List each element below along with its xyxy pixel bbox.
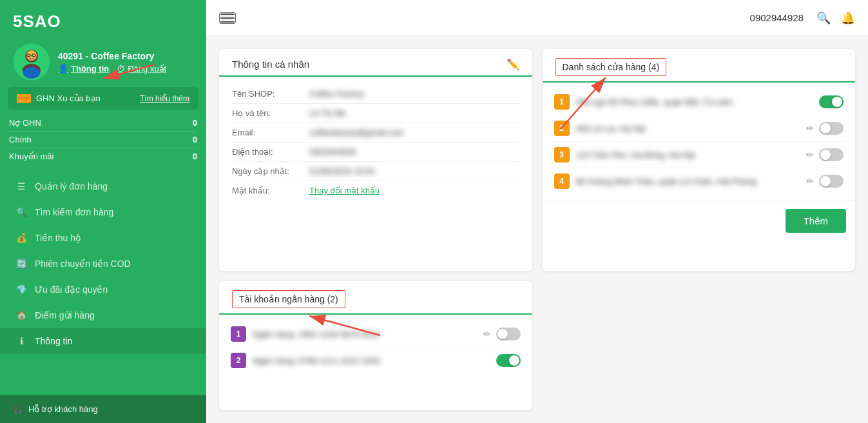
svg-point-7	[23, 67, 40, 79]
full-name-row: Họ và tên: Lê Thị Bé	[232, 104, 519, 123]
app-logo: 5SAO	[0, 0, 206, 38]
store-number-4: 4	[554, 173, 570, 189]
profile-section: 40291 - Coffee Factory 👤 Thông tin ⏱ Đăn…	[0, 38, 206, 87]
store-name-2: 456 Lê Lai, Hà Nội	[576, 124, 800, 133]
hamburger-line	[220, 21, 235, 23]
shop-name-value: Coffee Factory	[309, 89, 519, 99]
store-actions-4: ✏	[806, 175, 844, 188]
money-icon: 💰	[15, 232, 27, 244]
store-name-4: 89 Hoàng Minh Thảo, quận Lê Chân, Hải Ph…	[576, 177, 800, 186]
store-edit-icon-4[interactable]: ✏	[806, 176, 814, 186]
shop-name-row: Tên SHOP: Coffee Factory	[232, 84, 519, 104]
bank-card: Tài khoản ngân hàng (2) 1 Ngân hàng: 190…	[219, 281, 532, 410]
bank-item-1: 1 Ngân hàng: 1902 1234 5678 9012 ✏	[228, 321, 523, 348]
stores-card: Danh sách cửa hàng (4) 1 490 ngõ 95 Phúc…	[543, 49, 856, 271]
store-toggle-3[interactable]	[819, 148, 844, 161]
bank-item-2: 2 Ngân hàng: 6789 1111 2222 3333	[228, 348, 523, 373]
clock-icon: ⏱	[117, 64, 125, 74]
main-content: 0902944928 🔍 🔔 Thông tin cá nhân ✏️ Tên …	[206, 0, 868, 423]
bell-icon[interactable]: 🔔	[841, 11, 855, 25]
gift-icon: 💎	[15, 284, 27, 295]
bank-edit-icon-1[interactable]: ✏	[483, 329, 491, 339]
menu-item-info[interactable]: ℹ Thông tin	[0, 328, 206, 354]
profile-links: 👤 Thông tin ⏱ Đăng xuất	[58, 64, 166, 74]
stat-value: 0	[193, 135, 197, 144]
full-name-label: Họ và tên:	[232, 108, 309, 118]
password-row: Mật khẩu: Thay đổi mật khẩu	[232, 181, 519, 200]
change-password-link[interactable]: Thay đổi mật khẩu	[309, 186, 519, 195]
personal-info-title: Thông tin cá nhân	[232, 59, 309, 70]
header-icons: 🔍 🔔	[816, 11, 855, 25]
transfer-icon: 🔄	[15, 258, 27, 270]
store-actions-3: ✏	[806, 148, 844, 161]
menu-item-pickup[interactable]: 🏠 Điểm gửi hàng	[0, 302, 206, 328]
store-edit-icon-3[interactable]: ✏	[806, 150, 814, 160]
search-header-icon[interactable]: 🔍	[816, 11, 831, 25]
svg-rect-9	[18, 97, 30, 99]
store-number-1: 1	[554, 94, 570, 110]
bank-name-2: Ngân hàng: 6789 1111 2222 3333	[253, 356, 490, 366]
personal-info-card: Thông tin cá nhân ✏️ Tên SHOP: Coffee Fa…	[219, 49, 532, 271]
phone-label: Điện thoại:	[232, 147, 309, 157]
stores-list: 1 490 ngõ 95 Phúc Diễn, quận Bắc Từ Liêm…	[543, 83, 856, 201]
store-toggle-4[interactable]	[819, 175, 844, 188]
menu-item-transfer[interactable]: 🔄 Phiên chuyển tiền COD	[0, 251, 206, 277]
store-item-1: 1 490 ngõ 95 Phúc Diễn, quận Bắc Từ Liêm	[552, 89, 847, 115]
store-number-3: 3	[554, 147, 570, 162]
search-icon: 🔍	[15, 206, 27, 218]
support-footer[interactable]: 🎧 Hỗ trợ khách hàng	[0, 395, 206, 423]
stat-khuyen-mai: Khuyến mãi 0	[9, 148, 197, 164]
sidebar-menu: ☰ Quản lý đơn hàng 🔍 Tìm kiếm đơn hàng 💰…	[0, 170, 206, 395]
avatar	[13, 43, 50, 81]
edit-personal-icon[interactable]: ✏️	[506, 58, 519, 70]
support-label: Hỗ trợ khách hàng	[28, 404, 98, 414]
store-item-2: 2 456 Lê Lai, Hà Nội ✏	[552, 115, 847, 142]
store-name-1: 490 ngõ 95 Phúc Diễn, quận Bắc Từ Liêm	[576, 97, 813, 107]
store-name-3: 123 Trần Phú, Hà Đông, Hà Nội	[576, 150, 800, 160]
store-item-4: 4 89 Hoàng Minh Thảo, quận Lê Chân, Hải …	[552, 168, 847, 194]
dang-xuat-link[interactable]: ⏱ Đăng xuất	[117, 64, 166, 74]
password-label: Mật khẩu:	[232, 186, 309, 195]
bank-header: Tài khoản ngân hàng (2)	[219, 281, 532, 315]
list-icon: ☰	[15, 181, 27, 192]
store-toggle-2[interactable]	[819, 122, 844, 135]
updated-row: Ngày cập nhật: 01/08/2023 15:03	[232, 162, 519, 181]
info-icon: ℹ	[15, 335, 27, 347]
full-name-value: Lê Thị Bé	[309, 108, 519, 118]
updated-value: 01/08/2023 15:03	[309, 166, 519, 176]
store-item-3: 3 123 Trần Phú, Hà Đông, Hà Nội ✏	[552, 142, 847, 168]
bank-number-2: 2	[231, 353, 246, 368]
thong-tin-link[interactable]: 👤 Thông tin	[58, 64, 109, 74]
stat-label: Khuyến mãi	[9, 152, 53, 161]
stores-footer: Thêm	[543, 201, 856, 241]
stores-header: Danh sách cửa hàng (4)	[543, 49, 856, 83]
stat-chinh: Chính 0	[9, 132, 197, 148]
ghn-section: GHN Xu của bạn Tìm hiểu thêm	[8, 87, 198, 110]
store-toggle-1[interactable]	[819, 95, 844, 108]
hamburger-line	[220, 14, 235, 15]
sidebar-stats: Nợ GHN 0 Chính 0 Khuyến mãi 0	[0, 115, 206, 170]
store-actions-1	[819, 95, 844, 108]
ghn-link[interactable]: Tìm hiểu thêm	[140, 94, 189, 103]
bank-toggle-2[interactable]	[496, 354, 521, 367]
hamburger-line	[220, 17, 235, 19]
store-edit-icon-2[interactable]: ✏	[806, 123, 814, 133]
headset-icon: 🎧	[13, 404, 23, 414]
shop-name-label: Tên SHOP:	[232, 89, 309, 99]
bank-number-1: 1	[231, 326, 246, 342]
menu-item-search[interactable]: 🔍 Tìm kiếm đơn hàng	[0, 199, 206, 225]
menu-item-cod[interactable]: 💰 Tiền thu hộ	[0, 225, 206, 251]
stores-title: Danh sách cửa hàng (4)	[555, 58, 667, 76]
updated-label: Ngày cập nhật:	[232, 166, 309, 176]
bank-toggle-1[interactable]	[496, 328, 521, 340]
card-icon	[17, 94, 31, 103]
personal-info-table: Tên SHOP: Coffee Factory Họ và tên: Lê T…	[219, 77, 532, 208]
bank-actions-2	[496, 354, 521, 367]
store-number-2: 2	[554, 121, 570, 136]
menu-item-deals[interactable]: 💎 Ưu đãi đặc quyền	[0, 277, 206, 302]
menu-item-orders[interactable]: ☰ Quản lý đơn hàng	[0, 173, 206, 199]
phone-value: 0902944928	[309, 147, 519, 157]
email-row: Email: coffeefactory@gmail.com	[232, 123, 519, 143]
add-store-button[interactable]: Thêm	[786, 209, 846, 233]
hamburger-button[interactable]	[219, 12, 236, 24]
